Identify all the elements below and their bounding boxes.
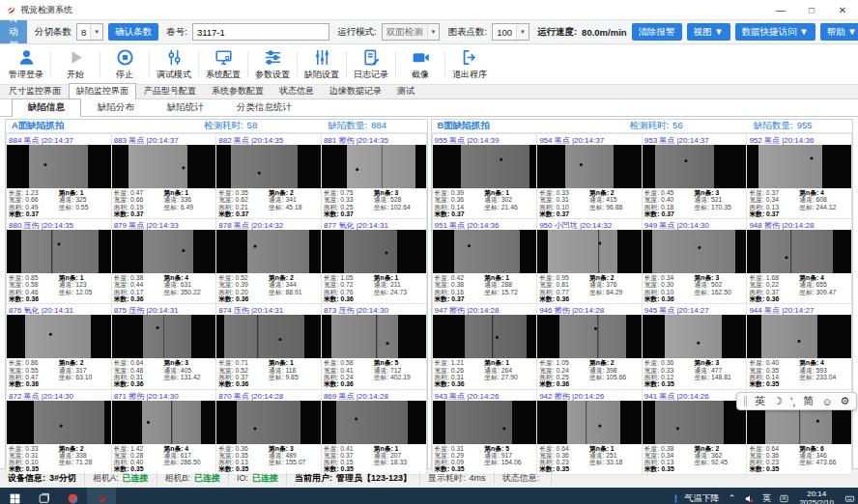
defect-cell[interactable]: 945 黑点 |20:14:27长度: 0.36宽度: 0.33面积: 0.12… bbox=[643, 304, 747, 388]
tab-缺陷监控界面[interactable]: 缺陷监控界面 bbox=[69, 83, 136, 99]
view-menu-button[interactable]: 视图 ▼ bbox=[687, 23, 730, 41]
defect-cell[interactable]: 875 压伤 |20:14:31长度: 0.64宽度: 0.48面积: 0.31… bbox=[112, 304, 216, 388]
minimize-button[interactable]: — bbox=[765, 0, 796, 19]
action-user[interactable]: 管理登录 bbox=[2, 47, 50, 81]
info-strip: 第n条: 1 bbox=[484, 359, 534, 366]
ime-settings[interactable]: ⚙ bbox=[841, 395, 850, 407]
subtab-分类信息统计[interactable]: 分类信息统计 bbox=[220, 98, 308, 116]
defect-cell[interactable]: 874 压伤 |20:14:31长度: 0.71宽度: 0.52面积: 0.37… bbox=[216, 304, 321, 388]
action-params-sliders[interactable]: 参数设置 bbox=[248, 47, 297, 81]
defect-cell[interactable]: 953 黑点 |20:14:37长度: 0.45宽度: 0.40面积: 0.18… bbox=[643, 134, 747, 218]
info-channel: 通道: 207 bbox=[374, 452, 424, 459]
action-defect-sliders[interactable]: 缺陷设置 bbox=[298, 47, 346, 81]
action-log[interactable]: 日志记录 bbox=[347, 47, 395, 81]
main-tab-strip: 尺寸监控界面缺陷监控界面产品型号配置系统参数配置状态信息边缘数据记录测试 bbox=[0, 85, 858, 99]
ime-emoji[interactable]: ☺ bbox=[821, 396, 832, 407]
defect-cell[interactable]: 871 擦伤 |20:14:30长度: 1.42宽度: 0.28面积: 0.40… bbox=[112, 390, 216, 474]
info-width: 宽度: 0.26 bbox=[435, 367, 485, 374]
info-coord: 坐标: 170.35 bbox=[695, 204, 745, 210]
info-coord: 坐标: 162.50 bbox=[695, 289, 745, 295]
action-stop[interactable]: 停止 bbox=[100, 47, 149, 81]
params-sliders-icon bbox=[264, 47, 282, 67]
help-menu-button[interactable]: 帮助 ▼ bbox=[820, 23, 858, 41]
close-button[interactable]: ✕ bbox=[827, 0, 858, 19]
clear-alarm-button[interactable]: 清除报警 bbox=[632, 23, 682, 41]
defect-cell[interactable]: 941 黑点 |20:14:26长度: 0.38宽度: 0.34面积: 0.13… bbox=[643, 390, 747, 474]
defect-cell[interactable]: 876 氧化 |20:14:31长度: 0.86宽度: 0.55面积: 0.47… bbox=[7, 304, 111, 388]
ime-simplified[interactable]: 简 bbox=[803, 394, 814, 408]
defect-cell[interactable]: 944 黑点 |20:14:27长度: 0.40宽度: 0.35面积: 0.14… bbox=[747, 304, 851, 388]
defect-info-left: 长度: 1.68宽度: 0.22面积: 0.37米数: 0.36 bbox=[749, 274, 799, 302]
defect-cell[interactable]: 870 黑点 |20:14:28长度: 0.36宽度: 0.35面积: 0.13… bbox=[216, 390, 321, 474]
defect-cell[interactable]: 946 擦伤 |20:14:28长度: 1.05宽度: 0.24面积: 0.25… bbox=[537, 304, 642, 388]
status-显示耗时: 显示耗时:4ms bbox=[420, 472, 495, 485]
action-debug-sliders[interactable]: 调试模式 bbox=[150, 47, 198, 81]
tab-产品型号配置[interactable]: 产品型号配置 bbox=[136, 83, 204, 98]
taskbar-app-icon[interactable] bbox=[58, 488, 87, 504]
defect-info-left: 长度: 0.47宽度: 0.66面积: 0.19米数: 0.37 bbox=[114, 189, 164, 217]
ime-punctuation[interactable]: ’, bbox=[790, 396, 796, 407]
tab-系统参数配置[interactable]: 系统参数配置 bbox=[204, 83, 272, 98]
defect-info-left: 长度: 0.85宽度: 0.58面积: 0.46米数: 0.36 bbox=[9, 274, 59, 302]
chart-points-select[interactable]: 100 ▼ bbox=[492, 23, 529, 41]
action-monitor[interactable]: 系统配置 bbox=[199, 47, 247, 81]
roll-number-input[interactable] bbox=[192, 23, 329, 41]
ime-lang-en[interactable]: 英 bbox=[755, 394, 765, 408]
confirm-slit-button[interactable]: 确认条数 bbox=[108, 23, 158, 41]
ime-night-mode[interactable]: ☽ bbox=[773, 395, 783, 407]
info-width: 宽度: 0.38 bbox=[435, 281, 485, 288]
defect-image bbox=[537, 401, 642, 444]
defect-cell[interactable]: 869 黑点 |20:14:28长度: 0.41宽度: 0.37面积: 0.15… bbox=[322, 390, 426, 474]
defect-cell[interactable]: 879 黑点 |20:14:33长度: 0.38宽度: 0.44面积: 0.17… bbox=[112, 219, 216, 303]
defect-cell[interactable]: 878 黑点 |20:14:32长度: 0.52宽度: 0.39面积: 0.20… bbox=[216, 219, 321, 303]
defect-cell[interactable]: 942 擦伤 |20:14:26长度: 0.64宽度: 0.36面积: 0.23… bbox=[537, 390, 642, 474]
defect-cell[interactable]: 955 黑点 |20:14:39长度: 0.39宽度: 0.36面积: 0.14… bbox=[433, 134, 537, 218]
info-meters: 米数: 0.36 bbox=[749, 295, 799, 302]
defect-cell[interactable]: 883 黑点 |20:14:37长度: 0.47宽度: 0.66面积: 0.19… bbox=[112, 134, 216, 218]
defect-cell[interactable]: 873 压伤 |20:14:30长度: 0.58宽度: 0.41面积: 0.24… bbox=[322, 304, 426, 388]
tab-测试[interactable]: 测试 bbox=[389, 83, 422, 98]
tab-尺寸监控界面[interactable]: 尺寸监控界面 bbox=[1, 83, 69, 98]
subtab-缺陷分布[interactable]: 缺陷分布 bbox=[81, 98, 151, 116]
defect-cell[interactable]: 950 小凹坑 |20:14:32长度: 0.95宽度: 0.81面积: 0.7… bbox=[537, 219, 642, 303]
status-设备信息: 设备信息:3#分切 bbox=[0, 472, 85, 485]
defect-cell[interactable]: 882 黑点 |20:14:35长度: 0.35宽度: 0.62面积: 0.21… bbox=[216, 134, 321, 218]
taskbar-clock[interactable]: 20:14 2025/2/10 bbox=[792, 490, 841, 504]
defect-cell[interactable]: 943 黑点 |20:14:26长度: 0.31宽度: 0.29面积: 0.09… bbox=[433, 390, 537, 474]
defect-cell[interactable]: 948 擦伤 |20:14:28长度: 1.68宽度: 0.22面积: 0.37… bbox=[747, 219, 851, 303]
info-width: 宽度: 0.41 bbox=[324, 367, 374, 374]
ime-grip-handle[interactable] bbox=[744, 396, 747, 406]
start-button[interactable] bbox=[0, 488, 29, 504]
task-view-icon[interactable] bbox=[29, 488, 58, 504]
action-camera[interactable]: 截像 bbox=[396, 47, 444, 81]
defect-cell[interactable]: 952 黑点 |20:14:36长度: 0.37宽度: 0.34面积: 0.13… bbox=[747, 134, 851, 218]
action-play[interactable]: 开始 bbox=[51, 47, 100, 81]
volume-icon[interactable] bbox=[740, 488, 758, 504]
defect-cell[interactable]: 872 黑点 |20:14:30长度: 0.33宽度: 0.31面积: 0.10… bbox=[7, 390, 111, 474]
defect-cell[interactable]: 884 黑点 |20:14:37长度: 1.23宽度: 0.66面积: 0.49… bbox=[7, 134, 111, 218]
tray-language-indicator[interactable]: 英 bbox=[758, 488, 775, 504]
tab-状态信息[interactable]: 状态信息 bbox=[272, 83, 322, 98]
defect-cell[interactable]: 947 擦伤 |20:14:28长度: 1.21宽度: 0.26面积: 0.31… bbox=[433, 304, 537, 388]
tab-边缘数据记录[interactable]: 边缘数据记录 bbox=[322, 83, 389, 98]
slit-count-select[interactable]: 8 ▼ bbox=[76, 23, 103, 41]
run-mode-select[interactable]: 双面检测 ▼ bbox=[382, 23, 441, 41]
maximize-button[interactable]: □ bbox=[796, 0, 827, 19]
defect-cell[interactable]: 881 擦伤 |20:14:35长度: 0.75宽度: 0.33面积: 0.25… bbox=[322, 134, 426, 218]
tray-expand-icon[interactable]: ⌃ bbox=[723, 488, 740, 504]
ime-tray-icon[interactable] bbox=[775, 488, 792, 504]
subtab-缺陷信息[interactable]: 缺陷信息 bbox=[12, 98, 81, 117]
defect-cell[interactable]: 954 黑点 |20:14:37长度: 0.33宽度: 0.31面积: 0.10… bbox=[537, 134, 642, 218]
touch-keyboard-icon[interactable] bbox=[841, 488, 858, 504]
action-exit[interactable]: 退出程序 bbox=[445, 47, 494, 81]
subtab-缺陷统计[interactable]: 缺陷统计 bbox=[151, 98, 220, 116]
defect-cell[interactable]: 951 黑点 |20:14:36长度: 0.42宽度: 0.38面积: 0.16… bbox=[433, 219, 537, 303]
data-quick-access-button[interactable]: 数据快捷访问 ▼ bbox=[735, 23, 815, 41]
weather-widget[interactable]: 气温下降 bbox=[667, 488, 723, 504]
defect-cell[interactable]: 880 压伤 |20:14:35长度: 0.85宽度: 0.58面积: 0.46… bbox=[7, 219, 111, 303]
defect-cell[interactable]: 949 黑点 |20:14:30长度: 0.34宽度: 0.30面积: 0.10… bbox=[643, 219, 747, 303]
defect-cell[interactable]: 877 氧化 |20:14:31长度: 1.05宽度: 0.72面积: 0.76… bbox=[322, 219, 426, 303]
taskbar-vision-app-icon[interactable] bbox=[87, 488, 116, 504]
defect-info: 长度: 0.37宽度: 0.34面积: 0.13米数: 0.37第n条: 4通道… bbox=[747, 188, 851, 218]
defect-image bbox=[537, 315, 642, 358]
